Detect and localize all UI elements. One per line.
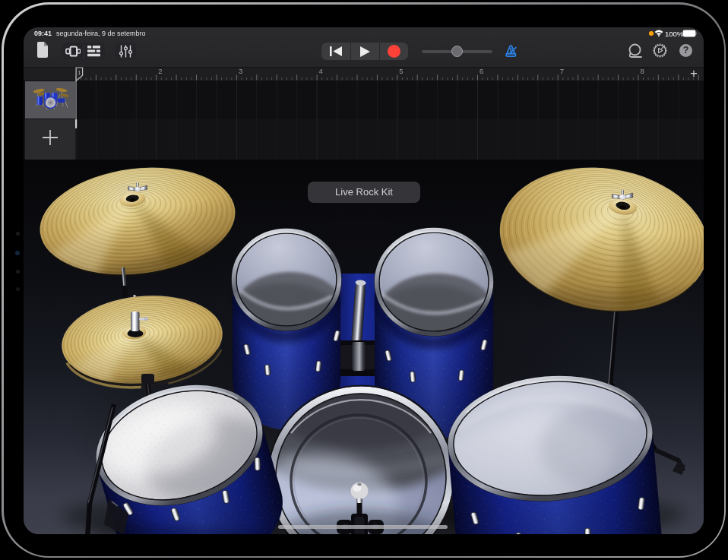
svg-text:1: 1 xyxy=(78,69,81,76)
